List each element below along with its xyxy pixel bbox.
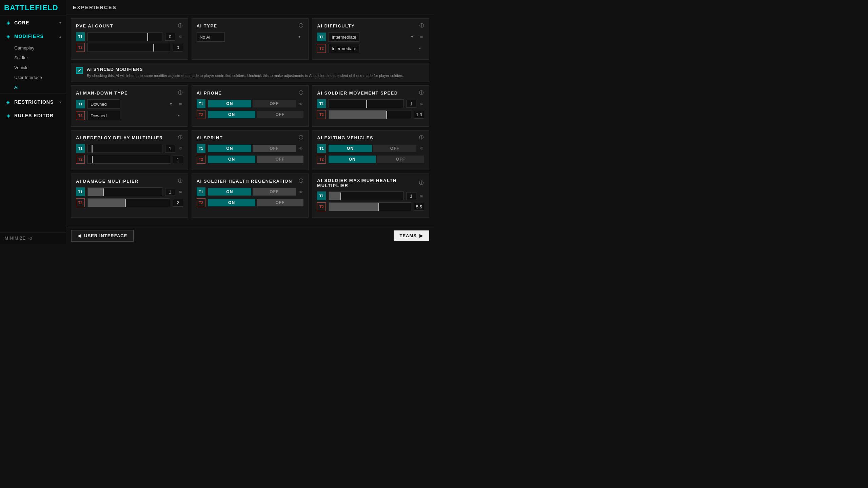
minimize-icon: ◁ (28, 236, 32, 241)
pve-t2-handle (153, 44, 154, 52)
redeploy-t1-value[interactable]: 1 (165, 145, 175, 152)
prone-link-icon[interactable]: ⚭ (298, 100, 303, 107)
ai-type-select[interactable]: No AI Standard Aggressive Defensive (197, 32, 225, 42)
health-regen-t2-on-btn[interactable]: ON (208, 199, 255, 206)
ai-difficulty-info-icon[interactable]: ⓘ (419, 23, 425, 29)
health-regen-link-icon[interactable]: ⚭ (298, 188, 303, 196)
prone-t1-off-btn[interactable]: OFF (253, 100, 296, 107)
ai-prone-info[interactable]: ⓘ (299, 90, 304, 96)
damage-t1-value[interactable]: 1 (165, 188, 175, 196)
redeploy-t1-slider[interactable] (87, 144, 162, 153)
prone-t2-on-btn[interactable]: ON (208, 111, 255, 118)
exiting-t1-off-btn[interactable]: OFF (373, 145, 416, 152)
core-arrow: ▾ (59, 21, 61, 25)
health-regen-t1-on-btn[interactable]: ON (208, 188, 251, 196)
movement-t1-slider[interactable] (329, 99, 403, 108)
sidebar-item-gameplay[interactable]: Gameplay (0, 43, 66, 53)
max-health-t2-value[interactable]: 5.5 (414, 203, 424, 211)
redeploy-t1-handle (92, 145, 93, 152)
damage-t1-row: T1 1 ⚭ (76, 187, 183, 196)
damage-t2-value[interactable]: 2 (173, 199, 183, 207)
damage-t2-slider[interactable] (87, 198, 170, 207)
prone-t1-badge: T1 (197, 99, 205, 108)
redeploy-t1-row: T1 1 ⚭ (76, 144, 183, 153)
sidebar-item-ai[interactable]: AI (0, 82, 66, 92)
prone-t1-row: T1 ON OFF ⚭ (197, 99, 304, 108)
damage-t1-slider[interactable] (87, 187, 162, 196)
prone-t1-on-btn[interactable]: ON (208, 100, 251, 107)
movement-t1-value[interactable]: 1 (406, 100, 416, 108)
app-logo: BATTLEFIELD (4, 3, 62, 12)
sprint-t2-row: T2 ON OFF (197, 155, 304, 164)
redeploy-t2-slider[interactable] (87, 155, 170, 164)
redeploy-link-icon[interactable]: ⚭ (178, 145, 183, 152)
sidebar-item-core[interactable]: ◈ CORE ▾ (0, 16, 66, 29)
ai-sprint-info[interactable]: ⓘ (299, 135, 304, 141)
pve-t1-handle (147, 33, 148, 41)
grid-row-3: AI DAMAGE MULTIPLIER ⓘ T1 1 ⚭ T2 2 (71, 174, 429, 218)
next-button[interactable]: TEAMS ▶ (394, 230, 430, 241)
exiting-link-icon[interactable]: ⚭ (419, 145, 424, 152)
pve-t1-value[interactable]: 0 (165, 33, 175, 41)
redeploy-t2-value[interactable]: 1 (173, 156, 183, 163)
ai-movement-info[interactable]: ⓘ (419, 90, 424, 96)
pve-t2-value[interactable]: 0 (173, 44, 183, 52)
ai-damage-info[interactable]: ⓘ (178, 178, 183, 184)
max-health-t1-value[interactable]: 1 (406, 192, 416, 200)
man-down-t2-badge: T2 (76, 111, 85, 120)
prev-button[interactable]: ◀ USER INTERFACE (71, 230, 134, 242)
pve-t1-slider[interactable] (87, 32, 162, 41)
ai-max-health-info[interactable]: ⓘ (419, 180, 424, 186)
ai-health-regen-info[interactable]: ⓘ (299, 178, 304, 184)
pve-info-icon[interactable]: ⓘ (178, 23, 183, 29)
damage-link-icon[interactable]: ⚭ (178, 188, 183, 196)
ai-exiting-title: AI EXITING VEHICLES ⓘ (317, 135, 424, 141)
health-regen-t1-off-btn[interactable]: OFF (253, 188, 296, 196)
ai-redeploy-info[interactable]: ⓘ (178, 135, 183, 141)
minimize-button[interactable]: MINIMIZE ◁ (5, 236, 61, 241)
movement-link-icon[interactable]: ⚭ (419, 100, 424, 107)
sidebar-item-soldier[interactable]: Soldier (0, 53, 66, 63)
ai-exiting-info[interactable]: ⓘ (419, 135, 424, 141)
man-down-t2-wrapper: Downed Incapacitated Dead (87, 111, 183, 120)
sidebar-item-user-interface[interactable]: User Interface (0, 73, 66, 82)
pve-t2-slider[interactable] (87, 43, 170, 52)
exiting-t1-on-btn[interactable]: ON (329, 145, 372, 152)
prone-t2-off-btn[interactable]: OFF (257, 111, 304, 118)
sprint-t2-off-btn[interactable]: OFF (257, 156, 304, 163)
movement-t2-value[interactable]: 1.3 (414, 111, 424, 119)
sprint-t2-on-btn[interactable]: ON (208, 156, 255, 163)
max-health-link-icon[interactable]: ⚭ (419, 192, 424, 200)
damage-t1-badge: T1 (76, 187, 85, 196)
top-bar: EXPERIENCES (66, 0, 434, 15)
prone-t2-toggle-group: ON OFF (208, 111, 304, 118)
man-down-link-icon[interactable]: ⚭ (178, 100, 183, 108)
health-regen-t2-off-btn[interactable]: OFF (257, 199, 304, 206)
sprint-t1-on-btn[interactable]: ON (208, 145, 251, 152)
content-area: PVE AI COUNT ⓘ T1 0 ⚭ T2 0 (66, 15, 434, 227)
movement-t2-slider[interactable] (329, 110, 411, 119)
sidebar-item-vehicle[interactable]: Vehicle (0, 63, 66, 73)
ai-type-info-icon[interactable]: ⓘ (299, 23, 304, 29)
ai-redeploy-panel: AI REDEPLOY DELAY MULTIPLIER ⓘ T1 1 ⚭ T2 (71, 130, 188, 170)
pve-ai-count-panel: PVE AI COUNT ⓘ T1 0 ⚭ T2 0 (71, 18, 188, 60)
sprint-t2-toggle-group: ON OFF (208, 156, 304, 163)
exiting-t2-on-btn[interactable]: ON (329, 156, 376, 163)
ai-diff-t1-select[interactable]: Beginner Intermediate Advanced Expert (329, 32, 359, 42)
pve-link-icon[interactable]: ⚭ (178, 33, 183, 40)
ai-man-down-info[interactable]: ⓘ (178, 90, 183, 96)
man-down-t1-select[interactable]: Downed Incapacitated Dead (87, 99, 120, 109)
sprint-link-icon[interactable]: ⚭ (298, 145, 303, 152)
ai-synced-checkbox[interactable] (76, 67, 83, 74)
max-health-t1-slider[interactable] (329, 191, 403, 200)
sidebar-bottom: MINIMIZE ◁ (0, 232, 66, 244)
exiting-t2-off-btn[interactable]: OFF (377, 156, 424, 163)
sidebar-item-rules-editor[interactable]: ◈ RULES EDITOR (0, 109, 66, 122)
ai-diff-link-icon[interactable]: ⚭ (419, 33, 424, 41)
sprint-t1-off-btn[interactable]: OFF (253, 145, 296, 152)
max-health-t2-slider[interactable] (329, 202, 411, 211)
sidebar-item-restrictions[interactable]: ◈ RESTRICTIONS ▾ (0, 95, 66, 109)
sidebar-item-modifiers[interactable]: ◈ MODIFIERS ▴ (0, 29, 66, 43)
ai-diff-t2-select[interactable]: Beginner Intermediate Advanced Expert (329, 44, 359, 53)
man-down-t2-select[interactable]: Downed Incapacitated Dead (87, 111, 120, 120)
